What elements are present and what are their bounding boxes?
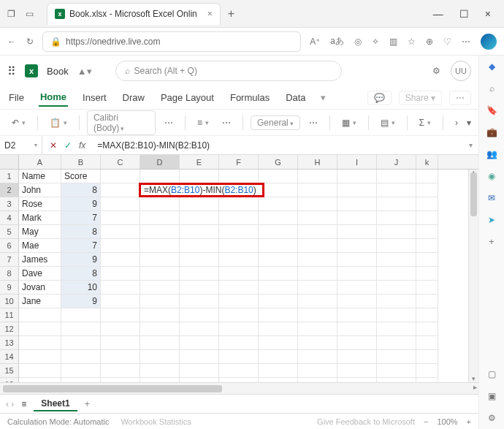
tag-icon[interactable]: 🔖 — [486, 105, 497, 115]
cell[interactable] — [298, 308, 337, 322]
cell[interactable] — [101, 281, 140, 295]
cell[interactable]: 8 — [61, 267, 101, 281]
col-header[interactable]: J — [377, 155, 416, 169]
cell[interactable] — [61, 364, 101, 378]
cell[interactable] — [298, 170, 337, 183]
cell[interactable] — [259, 281, 298, 295]
tab-actions-icon[interactable]: ▭ — [26, 9, 34, 19]
cell[interactable] — [298, 350, 337, 364]
cell[interactable] — [219, 239, 259, 253]
text-size-icon[interactable]: aあ — [330, 35, 344, 48]
cell[interactable] — [219, 183, 259, 197]
cell[interactable] — [416, 267, 438, 281]
row-header[interactable]: 8 — [0, 267, 19, 281]
col-header[interactable]: G — [259, 155, 298, 169]
cell[interactable] — [337, 170, 377, 183]
cell[interactable] — [180, 267, 219, 281]
row-header[interactable]: 13 — [0, 336, 19, 350]
cell[interactable] — [259, 225, 298, 239]
cell[interactable] — [416, 350, 438, 364]
refresh-icon[interactable]: ↻ — [26, 37, 34, 47]
cell[interactable] — [416, 322, 438, 336]
col-header[interactable]: C — [101, 155, 140, 169]
formula-cancel-icon[interactable]: ✕ — [50, 140, 57, 151]
grid-row[interactable]: 10Jane9 — [0, 295, 478, 308]
cell[interactable] — [19, 308, 61, 322]
cell[interactable] — [259, 253, 298, 267]
scroll-down-icon[interactable]: ▾ — [469, 375, 478, 382]
number-more-icon[interactable]: ⋯ — [305, 115, 322, 130]
cell[interactable] — [101, 308, 140, 322]
cell[interactable] — [19, 336, 61, 350]
row-header[interactable]: 2 — [0, 183, 19, 197]
col-header[interactable]: k — [416, 155, 438, 169]
hscroll-thumb[interactable] — [3, 385, 222, 392]
cell[interactable] — [19, 322, 61, 336]
collections-icon[interactable]: ⊕ — [426, 37, 433, 47]
cell[interactable] — [101, 322, 140, 336]
cell[interactable] — [61, 350, 101, 364]
cell[interactable] — [259, 267, 298, 281]
cell[interactable] — [101, 253, 140, 267]
cell[interactable]: John — [19, 183, 61, 197]
cell[interactable] — [377, 267, 416, 281]
cell[interactable]: May — [19, 225, 61, 239]
cell[interactable] — [337, 336, 377, 350]
cell[interactable]: 9 — [61, 253, 101, 267]
grid-row[interactable]: 6Mae7 — [0, 239, 478, 253]
cell[interactable] — [298, 197, 337, 211]
cell[interactable]: 7 — [61, 239, 101, 253]
cell[interactable] — [101, 183, 140, 197]
cell[interactable] — [416, 281, 438, 295]
cell[interactable] — [101, 364, 140, 378]
cell[interactable] — [416, 225, 438, 239]
briefcase-icon[interactable]: 💼 — [486, 127, 497, 137]
cell[interactable] — [219, 170, 259, 183]
outlook-icon[interactable]: ✉ — [488, 193, 495, 203]
cell[interactable] — [337, 225, 377, 239]
grid-row[interactable]: 4Mark7 — [0, 211, 478, 225]
cell[interactable] — [377, 308, 416, 322]
row-header[interactable]: 9 — [0, 281, 19, 295]
fx-icon[interactable]: fx — [79, 140, 85, 151]
cell[interactable]: Mae — [19, 239, 61, 253]
cell[interactable] — [377, 336, 416, 350]
scroll-thumb[interactable] — [470, 172, 477, 216]
cell[interactable]: James — [19, 253, 61, 267]
row-header[interactable]: 6 — [0, 239, 19, 253]
cell[interactable] — [219, 281, 259, 295]
cell[interactable] — [180, 350, 219, 364]
workspaces-icon[interactable]: ❐ — [7, 9, 15, 19]
row-header[interactable]: 3 — [0, 197, 19, 211]
cell[interactable] — [180, 336, 219, 350]
cell[interactable] — [219, 211, 259, 225]
cell[interactable]: 7 — [61, 211, 101, 225]
cell[interactable] — [140, 170, 180, 183]
paste-button[interactable]: 📋 — [45, 115, 72, 130]
cell[interactable] — [140, 267, 180, 281]
new-tab-button[interactable]: + — [228, 7, 234, 20]
cell[interactable] — [377, 350, 416, 364]
select-all-corner[interactable] — [0, 155, 19, 169]
cell[interactable] — [101, 336, 140, 350]
copilot-icon[interactable] — [481, 34, 497, 50]
row-header[interactable]: 1 — [0, 170, 19, 183]
tab-draw[interactable]: Draw — [121, 89, 146, 106]
formula-input[interactable]: =MAX(B2:B10)-MIN(B2:B10) — [93, 136, 463, 154]
cell[interactable] — [259, 336, 298, 350]
pane-2-icon[interactable]: ▣ — [488, 391, 496, 401]
favorites-icon[interactable]: ☆ — [408, 37, 416, 47]
cell[interactable] — [19, 350, 61, 364]
cell[interactable] — [180, 253, 219, 267]
cell[interactable] — [416, 239, 438, 253]
tracking-icon[interactable]: ◎ — [354, 37, 362, 47]
col-header[interactable]: F — [219, 155, 259, 169]
cell[interactable] — [337, 322, 377, 336]
cell[interactable] — [337, 197, 377, 211]
cell[interactable] — [140, 295, 180, 308]
cell[interactable] — [298, 211, 337, 225]
tab-formulas[interactable]: Formulas — [229, 89, 271, 106]
row-header[interactable]: 11 — [0, 308, 19, 322]
grid-row[interactable]: 5May8 — [0, 225, 478, 239]
grid-row[interactable]: 1NameScore — [0, 170, 478, 183]
